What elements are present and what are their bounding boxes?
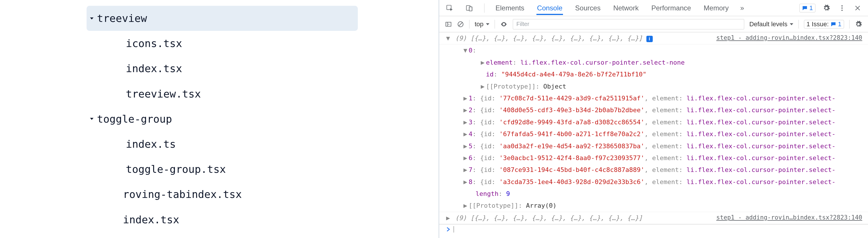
property-key: id	[486, 71, 494, 78]
console-row[interactable]: ▶4: {id: '67fafda5-941f-4b00-a271-1cff8e…	[439, 128, 868, 140]
console-row[interactable]: ▶6: {id: '3e0acbc1-9512-42f4-8aa0-f97c23…	[439, 152, 868, 164]
array-summary: [{…}, {…}, {…}, {…}, {…}, {…}, {…}, {…},…	[470, 35, 642, 42]
issues-badge[interactable]: 1 Issue: 1	[804, 20, 844, 29]
proto-value: Array(0)	[526, 202, 557, 209]
tree-file[interactable]: toggle-group.tsx	[87, 157, 358, 182]
settings-icon[interactable]	[822, 3, 831, 13]
element-selector: li.flex.flex-col.cursor-pointer.select-	[686, 166, 836, 173]
inspect-icon[interactable]	[445, 3, 454, 13]
element-selector: li.flex.flex-col.cursor-pointer.select-n…	[520, 59, 685, 66]
svg-point-6	[841, 9, 843, 11]
tree-item-label: treeview.tsx	[126, 82, 201, 105]
property-key: element	[486, 59, 513, 66]
tab-network[interactable]: Network	[613, 1, 639, 15]
tree-item-label: treeview	[97, 7, 147, 30]
tree-file[interactable]: index.tsx	[87, 56, 358, 81]
tab-console[interactable]: Console	[536, 1, 563, 15]
chevron-right-icon[interactable]: ▶	[463, 129, 469, 139]
console-row[interactable]: length: 9	[439, 188, 868, 200]
svg-point-4	[841, 5, 843, 6]
console-row[interactable]: ▶7: {id: '087ce931-194c-45bd-b40f-c4c8c8…	[439, 164, 868, 176]
console-row[interactable]: ▶element: li.flex.flex-col.cursor-pointe…	[439, 57, 868, 68]
close-icon[interactable]	[853, 3, 862, 13]
id-value: '408d0e55-cdf3-49e3-b34d-2b0ab7b2dbee'	[499, 106, 644, 114]
toolbar-separator	[469, 20, 469, 29]
console-row[interactable]: id: "9445d4cd-a4e4-479a-8e26-b7f2e711bf1…	[439, 68, 868, 80]
chevron-right-icon[interactable]: ▶	[463, 176, 469, 187]
issues-count: 1	[838, 21, 841, 28]
element-selector: li.flex.flex-col.cursor-pointer.select-	[686, 142, 836, 150]
tree-item-label: roving-tabindex.tsx	[123, 183, 242, 206]
id-value: 'cfd92d8e-9949-43fd-a7a8-d3082cc86554'	[499, 118, 644, 126]
chevron-down-icon[interactable]	[87, 15, 97, 22]
item-index: 8	[469, 178, 472, 185]
chevron-right-icon[interactable]: ▶	[463, 105, 469, 115]
device-toggle-icon[interactable]	[465, 3, 474, 13]
tree-file[interactable]: index.ts	[87, 132, 358, 157]
console-row[interactable]: ▼0:	[439, 44, 868, 56]
tabs-overflow[interactable]: »	[740, 1, 744, 15]
chevron-right-icon[interactable]: ▶	[463, 141, 469, 151]
chevron-right-icon[interactable]: ▶	[463, 93, 469, 104]
tree-file[interactable]: treeview.tsx	[87, 81, 358, 106]
array-length: (9)	[455, 35, 467, 42]
chevron-right-icon[interactable]: ▶	[463, 200, 469, 211]
source-link[interactable]: step1 - adding-rovin…bindex.tsx?2823:140	[710, 213, 862, 223]
chevron-right-icon[interactable]: ▶	[463, 152, 469, 163]
array-summary: [{…}, {…}, {…}, {…}, {…}, {…}, {…}, {…},…	[470, 214, 642, 222]
element-selector: li.flex.flex-col.cursor-pointer.select-	[686, 106, 836, 114]
tree-file[interactable]: icons.tsx	[87, 31, 358, 56]
item-index: 4	[469, 130, 472, 138]
levels-selector[interactable]: Default levels	[749, 21, 793, 28]
tab-performance[interactable]: Performance	[651, 1, 691, 15]
console-row[interactable]: ▶[[Prototype]]: Array(0)	[439, 200, 868, 211]
live-expression-icon[interactable]	[500, 21, 507, 28]
disclosure-open-icon[interactable]: ▼	[446, 33, 451, 43]
file-tree: treeviewicons.tsxindex.tsxtreeview.tsxto…	[0, 0, 439, 238]
item-index: 1	[469, 95, 472, 102]
tree-file[interactable]: index.tsx	[87, 207, 358, 232]
tree-item-label: toggle-group	[97, 108, 172, 130]
disclosure-open-icon[interactable]: ▼	[463, 45, 469, 56]
sidebar-toggle-icon[interactable]	[445, 21, 452, 28]
chevron-right-icon[interactable]: ▶	[463, 117, 469, 128]
svg-point-9	[503, 23, 504, 25]
messages-badge[interactable]: 1	[799, 4, 815, 12]
console-row[interactable]: ▶8: {id: 'a3cda735-1ee4-40d3-928d-029d2e…	[439, 176, 868, 188]
console-log-entry[interactable]: ▼ (9) [{…}, {…}, {…}, {…}, {…}, {…}, {…}…	[439, 32, 868, 44]
clear-console-icon[interactable]	[457, 21, 464, 28]
id-value: '087ce931-194c-45bd-b40f-c4c8c887a889'	[499, 166, 644, 173]
text-cursor	[454, 226, 454, 233]
source-link[interactable]: step1 - adding-rovin…bindex.tsx?2823:140	[710, 33, 862, 43]
element-selector: li.flex.flex-col.cursor-pointer.select-	[686, 118, 836, 126]
console-prompt[interactable]	[439, 224, 868, 234]
console-row[interactable]: ▶5: {id: 'aa0d3a2f-e19e-4d54-aa92-f23865…	[439, 140, 868, 152]
info-icon[interactable]: i	[646, 36, 653, 42]
console-row[interactable]: ▶3: {id: 'cfd92d8e-9949-43fd-a7a8-d3082c…	[439, 116, 868, 128]
console-toolbar: top Default levels 1 Issue: 1	[439, 16, 868, 32]
property-key: [[Prototype]]	[486, 83, 535, 90]
element-selector: li.flex.flex-col.cursor-pointer.select-	[686, 178, 836, 185]
console-row[interactable]: ▶[[Prototype]]: Object	[439, 80, 868, 92]
tab-memory[interactable]: Memory	[703, 1, 730, 15]
console-row[interactable]: ▶2: {id: '408d0e55-cdf3-49e3-b34d-2b0ab7…	[439, 104, 868, 116]
chevron-right-icon[interactable]: ▶	[481, 81, 486, 92]
console-log-entry[interactable]: ▶ (9) [{…}, {…}, {…}, {…}, {…}, {…}, {…}…	[439, 212, 868, 224]
filter-input[interactable]	[513, 19, 744, 29]
tab-sources[interactable]: Sources	[575, 1, 601, 15]
console-settings-icon[interactable]	[855, 21, 862, 28]
item-index: 6	[469, 154, 472, 162]
tab-elements[interactable]: Elements	[495, 1, 525, 15]
console-row[interactable]: ▶1: {id: '77c08c7d-511e-4429-a3d9-cfa251…	[439, 92, 868, 104]
more-icon[interactable]	[837, 3, 847, 13]
chevron-down-icon[interactable]	[87, 115, 97, 122]
tree-folder[interactable]: toggle-group	[87, 106, 358, 132]
chevron-right-icon[interactable]: ▶	[463, 164, 469, 175]
context-selector[interactable]: top	[475, 21, 489, 28]
console-output: ▼ (9) [{…}, {…}, {…}, {…}, {…}, {…}, {…}…	[439, 32, 868, 238]
id-value: 'a3cda735-1ee4-40d3-928d-029d2e33b3c6'	[499, 178, 644, 185]
tree-folder[interactable]: treeview	[87, 6, 358, 31]
chevron-right-icon[interactable]: ▶	[446, 213, 451, 223]
chevron-right-icon[interactable]: ▶	[481, 57, 486, 68]
tree-file[interactable]: roving-tabindex.tsx	[87, 182, 358, 207]
